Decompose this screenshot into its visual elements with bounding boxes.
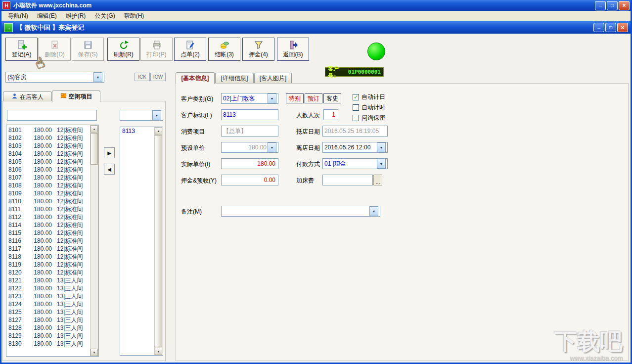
tab-idle-items[interactable]: 空闲项目: [52, 91, 100, 102]
idle-items-icon: [60, 92, 67, 100]
tab-guest-photo[interactable]: [客人图片]: [254, 73, 292, 83]
scroll-down-icon[interactable]: [90, 349, 98, 356]
room-row[interactable]: 8110180.0012|标准间: [6, 197, 90, 205]
room-search-input[interactable]: [7, 110, 97, 121]
menu-pr[interactable]: 公关(G): [90, 11, 119, 21]
move-left-button[interactable]: ◀: [104, 164, 115, 175]
maximize-button[interactable]: [607, 1, 618, 10]
return-button[interactable]: 返回(B): [277, 38, 309, 61]
room-row[interactable]: 8118180.0012|标准间: [6, 253, 90, 261]
room-row[interactable]: 8102180.0012|标准间: [6, 134, 90, 142]
guest-history-button[interactable]: 客史: [323, 93, 341, 103]
special-button[interactable]: 特别: [286, 93, 304, 103]
room-row[interactable]: 8127180.0013|三人间: [6, 316, 90, 324]
room-row[interactable]: 8114180.0012|标准间: [6, 221, 90, 229]
scrollbar-thumb[interactable]: [155, 135, 162, 347]
room-filter-combobox[interactable]: [120, 110, 163, 121]
selected-room-list[interactable]: 8113: [120, 127, 163, 356]
scrollbar-thumb[interactable]: [90, 133, 98, 165]
menu-help[interactable]: 帮助(H): [120, 11, 149, 21]
arrive-date-field[interactable]: 2016.05.25 16:19:05: [322, 126, 388, 136]
room-row[interactable]: 8125180.0013|三人间: [6, 308, 90, 316]
remark-combobox[interactable]: [221, 206, 380, 217]
room-row[interactable]: 8128180.0013|三人间: [6, 324, 90, 332]
tab-basic-info[interactable]: [基本信息]: [176, 72, 215, 84]
refresh-button[interactable]: 刷新(R): [107, 38, 139, 61]
tab-detail-info[interactable]: [详细信息]: [215, 73, 254, 83]
menu-edit[interactable]: 编辑(E): [33, 11, 61, 21]
depart-date-combobox[interactable]: 2016.05.26 12:00: [322, 142, 388, 153]
selected-list-scrollbar[interactable]: [154, 127, 163, 355]
menu-nav[interactable]: 导航(N): [3, 11, 33, 21]
room-row[interactable]: 8119180.0012|标准间: [6, 261, 90, 269]
extra-bed-fee-field[interactable]: [322, 175, 373, 185]
room-row[interactable]: 8105180.0012|标准间: [6, 158, 90, 166]
consume-item-field[interactable]: 【总单】: [221, 126, 278, 136]
actual-price-field[interactable]: 180.00: [221, 158, 278, 169]
room-row[interactable]: 8111180.0012|标准间: [6, 205, 90, 213]
room-row[interactable]: 8101180.0012|标准间: [6, 126, 90, 134]
scroll-up-icon[interactable]: [90, 125, 98, 133]
tab-instore-guests[interactable]: 在店客人: [3, 91, 52, 102]
order-button[interactable]: 点单(2): [174, 38, 206, 61]
room-row[interactable]: 8108180.0012|标准间: [6, 182, 90, 189]
close-button[interactable]: [619, 1, 630, 10]
payment-method-combobox[interactable]: 01 |现金: [322, 158, 388, 169]
chevron-down-icon[interactable]: [377, 142, 386, 152]
room-row[interactable]: 8104180.0012|标准间: [6, 150, 90, 158]
delete-button[interactable]: 删除(D): [39, 38, 71, 61]
auto-day-checkbox[interactable]: [353, 94, 359, 100]
chevron-down-icon[interactable]: [377, 159, 386, 169]
customer-type-combobox[interactable]: 02|上门散客: [221, 93, 278, 104]
room-row[interactable]: 8130180.0013|三人间: [6, 340, 90, 348]
room-row[interactable]: 8120180.0012|标准间: [6, 269, 90, 276]
extra-bed-fee-browse-button[interactable]: ...: [373, 175, 382, 185]
save-button[interactable]: 保存(S): [72, 38, 104, 61]
move-right-button[interactable]: ▶: [104, 147, 115, 158]
room-category-combobox[interactable]: ($)客房: [5, 72, 104, 83]
scroll-down-icon[interactable]: [155, 348, 162, 355]
chevron-down-icon[interactable]: [268, 142, 276, 152]
room-row[interactable]: 8112180.0012|标准间: [6, 213, 90, 221]
customer-id-field[interactable]: 8113: [221, 109, 278, 120]
doc-close-button[interactable]: [617, 23, 628, 32]
depart-date-label: 离店日期: [296, 144, 320, 152]
room-row[interactable]: 8109180.0012|标准间: [6, 189, 90, 197]
deposit-field[interactable]: 0.00: [221, 175, 278, 185]
deposit-button[interactable]: 押金(4): [242, 38, 274, 61]
preset-price-combobox[interactable]: 180.00: [221, 142, 278, 153]
room-row[interactable]: 8124180.0013|三人间: [6, 300, 90, 308]
room-row[interactable]: 8117180.0012|标准间: [6, 245, 90, 253]
auto-time-checkbox[interactable]: [353, 104, 359, 111]
doc-restore-button[interactable]: [605, 23, 616, 32]
room-row[interactable]: 8115180.0012|标准间: [6, 229, 90, 237]
print-button[interactable]: 打印(P): [140, 38, 173, 61]
chevron-down-icon[interactable]: [268, 93, 276, 103]
icw-button[interactable]: ICW: [150, 73, 166, 81]
people-count-field[interactable]: 1: [323, 109, 338, 120]
privacy-checkbox[interactable]: [353, 115, 359, 121]
doc-minimize-button[interactable]: [593, 23, 604, 32]
room-row[interactable]: 8116180.0012|标准间: [6, 237, 90, 245]
chevron-down-icon[interactable]: [152, 110, 161, 120]
chevron-down-icon[interactable]: [93, 72, 102, 82]
minimize-button[interactable]: [595, 1, 606, 10]
room-row[interactable]: 8123180.0013|三人间: [6, 292, 90, 300]
scroll-up-icon[interactable]: [155, 127, 162, 135]
room-row[interactable]: 8122180.0013|三人间: [6, 284, 90, 292]
ick-button[interactable]: ICK: [135, 73, 150, 81]
return-button-label: 返回(B): [283, 50, 303, 59]
room-row[interactable]: 8106180.0012|标准间: [6, 166, 90, 174]
menu-maintain[interactable]: 维护(R): [61, 11, 90, 21]
room-list[interactable]: 8101180.0012|标准间8102180.0012|标准间8103180.…: [6, 125, 99, 357]
room-list-scrollbar[interactable]: [90, 125, 98, 356]
room-row[interactable]: 8107180.0012|标准间: [6, 174, 90, 182]
room-row[interactable]: 8103180.0012|标准间: [6, 142, 90, 150]
chevron-down-icon[interactable]: [369, 206, 378, 216]
room-row[interactable]: 8121180.0013|三人间: [6, 276, 90, 284]
reserve-button[interactable]: 预订: [305, 93, 322, 103]
save-icon: [83, 40, 93, 50]
room-row[interactable]: 8129180.0013|三人间: [6, 332, 90, 340]
checkout-button[interactable]: 结帐(3): [208, 38, 240, 61]
payment-method-label: 付款方式: [296, 160, 320, 169]
